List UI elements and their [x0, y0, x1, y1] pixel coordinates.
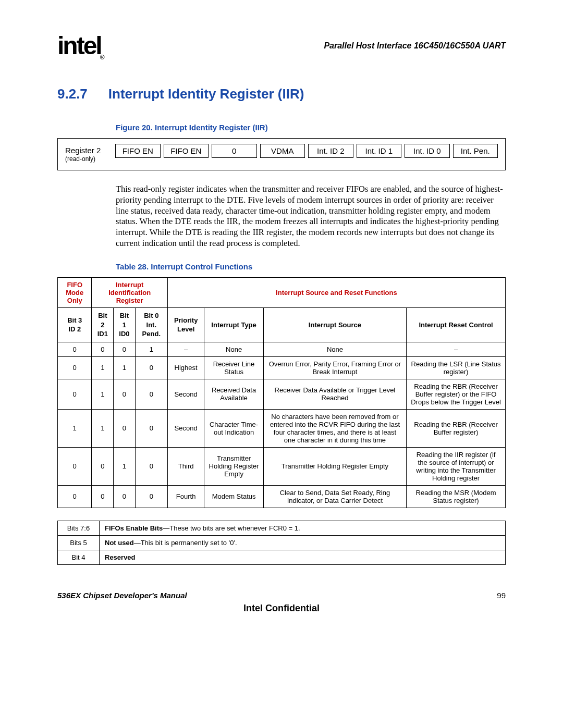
reg-cell: 0	[212, 144, 257, 158]
table-cell: Reading the LSR (Line Status register)	[407, 356, 506, 379]
page: intel® Parallel Host Interface 16C450/16…	[0, 0, 563, 640]
bits-label: Bits 7:6	[58, 521, 100, 535]
table-cell: Character Time-out Indication	[204, 409, 263, 447]
page-header: intel® Parallel Host Interface 16C450/16…	[57, 31, 506, 60]
table-cell: 0	[92, 485, 114, 508]
table-cell: Transmitter Holding Register Empty	[204, 447, 263, 485]
bits-desc: Not used—This bit is permanently set to …	[100, 535, 506, 550]
bits-desc: Reserved	[100, 550, 506, 564]
table-cell: 0	[92, 447, 114, 485]
group-header-src: Interrupt Source and Reset Functions	[167, 278, 505, 308]
table-cell: Second	[167, 379, 204, 409]
col-int-reset: Interrupt Reset Control	[407, 308, 506, 342]
reg-cell: FIFO EN	[115, 144, 161, 158]
table-cell: 0	[114, 342, 136, 356]
table-cell: Reading the IIR register (if the source …	[407, 447, 506, 485]
table-cell: Reading the RBR (Receiver Buffer registe…	[407, 379, 506, 409]
table-cell: Modem Status	[204, 485, 263, 508]
table-row: 0000FourthModem StatusClear to Send, Dat…	[58, 485, 506, 508]
section-title: Interrupt Identity Register (IIR)	[108, 86, 304, 102]
table-cell: 0	[58, 485, 92, 508]
table-cell: 0	[58, 447, 92, 485]
table-group-header-row: FIFO Mode Only Interrupt Identification …	[58, 278, 506, 308]
table-cell: 0	[135, 356, 167, 379]
table-row: 0001–NoneNone–	[58, 342, 506, 356]
footer-page-number: 99	[497, 591, 506, 600]
reg-cell: Int. Pen.	[453, 144, 498, 158]
footer-manual-title: 536EX Chipset Developer's Manual	[57, 591, 187, 600]
table-cell: 0	[58, 379, 92, 409]
table-cell: 0	[114, 379, 136, 409]
register-label: Register 2 (read-only)	[65, 144, 115, 163]
table-cell: –	[167, 342, 204, 356]
table-row: 0110HighestReceiver Line StatusOverrun E…	[58, 356, 506, 379]
table-col-header-row: Bit 3 ID 2 Bit 2 ID1 Bit 1 ID0 Bit 0 Int…	[58, 308, 506, 342]
table-cell: 0	[135, 379, 167, 409]
table-row: Bits 7:6FIFOs Enable Bits—These two bits…	[58, 521, 506, 535]
table-cell: 1	[135, 342, 167, 356]
col-bit2: Bit 2 ID1	[92, 308, 114, 342]
reg-cell: Int. ID 1	[357, 144, 402, 158]
reg-cell: VDMA	[260, 144, 305, 158]
table-cell: 0	[135, 409, 167, 447]
table-row: 0010ThirdTransmitter Holding Register Em…	[58, 447, 506, 485]
table-cell: Second	[167, 409, 204, 447]
table-cell: –	[407, 342, 506, 356]
table-cell: Third	[167, 447, 204, 485]
page-footer: 536EX Chipset Developer's Manual 99	[57, 591, 506, 600]
table-cell: 0	[135, 485, 167, 508]
table-row: Bits 5Not used—This bit is permanently s…	[58, 535, 506, 550]
col-priority: Priority Level	[167, 308, 204, 342]
document-title: Parallel Host Interface 16C450/16C550A U…	[324, 41, 506, 51]
bits-label: Bit 4	[58, 550, 100, 564]
bits-desc: FIFOs Enable Bits—These two bits are set…	[100, 521, 506, 535]
table-cell: Highest	[167, 356, 204, 379]
confidential-label: Intel Confidential	[57, 603, 506, 614]
col-bit1: Bit 1 ID0	[114, 308, 136, 342]
register-name: Register 2	[65, 146, 101, 155]
col-int-type: Interrupt Type	[204, 308, 263, 342]
table-row: 1100SecondCharacter Time-out IndicationN…	[58, 409, 506, 447]
table-row: 0100SecondReceived Data AvailableReceive…	[58, 379, 506, 409]
table-cell: Reading the RBR (Receiver Buffer registe…	[407, 409, 506, 447]
col-bit3: Bit 3 ID 2	[58, 308, 92, 342]
intel-logo: intel®	[57, 31, 104, 60]
table-cell: 1	[92, 379, 114, 409]
reg-cell: Int. ID 2	[308, 144, 353, 158]
group-header-fifo: FIFO Mode Only	[58, 278, 92, 308]
body-paragraph: This read-only register indicates when t…	[116, 184, 506, 249]
table-cell: 1	[58, 409, 92, 447]
table-cell: 0	[114, 409, 136, 447]
group-header-iir: Interrupt Identification Register	[92, 278, 167, 308]
register-cells: FIFO EN FIFO EN 0 VDMA Int. ID 2 Int. ID…	[115, 144, 498, 158]
reg-cell: FIFO EN	[164, 144, 209, 158]
col-bit0: Bit 0 Int. Pend.	[135, 308, 167, 342]
table-cell: None	[263, 342, 406, 356]
register-diagram: Register 2 (read-only) FIFO EN FIFO EN 0…	[57, 138, 506, 170]
registered-mark: ®	[100, 54, 103, 61]
table-cell: 1	[92, 356, 114, 379]
table-cell: 0	[114, 485, 136, 508]
table-cell: Transmitter Holding Register Empty	[263, 447, 406, 485]
bits-label: Bits 5	[58, 535, 100, 550]
register-attr: (read-only)	[65, 155, 115, 163]
table-cell: Received Data Available	[204, 379, 263, 409]
table-cell: 0	[92, 342, 114, 356]
table-cell: Receiver Line Status	[204, 356, 263, 379]
figure-caption: Figure 20. Interrupt Identity Register (…	[116, 123, 506, 132]
section-number: 9.2.7	[57, 86, 88, 102]
table-cell: 1	[114, 447, 136, 485]
table-row: Bit 4Reserved	[58, 550, 506, 564]
table-caption: Table 28. Interrupt Control Functions	[116, 262, 506, 271]
table-cell: Overrun Error, Parity Error, Framing Err…	[263, 356, 406, 379]
section-heading: 9.2.7 Interrupt Identity Register (IIR)	[57, 86, 506, 102]
interrupt-control-table: FIFO Mode Only Interrupt Identification …	[57, 277, 506, 508]
table-cell: 0	[58, 356, 92, 379]
table-cell: 0	[58, 342, 92, 356]
table-cell: None	[204, 342, 263, 356]
table-cell: 1	[92, 409, 114, 447]
reg-cell: Int. ID 0	[405, 144, 450, 158]
table-cell: 0	[135, 447, 167, 485]
table-cell: Receiver Data Available or Trigger Level…	[263, 379, 406, 409]
table-cell: Clear to Send, Data Set Ready, Ring Indi…	[263, 485, 406, 508]
